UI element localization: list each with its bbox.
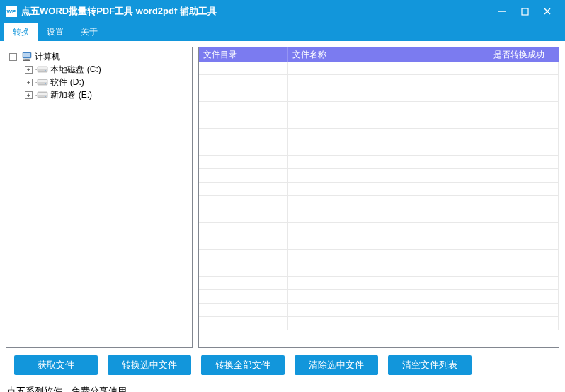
tree-connector: ·· (35, 79, 36, 86)
tree-expand-icon[interactable]: + (25, 79, 33, 86)
folder-tree-panel[interactable]: − ·· 计算机 + ·· 本地磁盘 (C:) + ·· (6, 47, 193, 348)
tree-expand-icon[interactable]: + (25, 66, 33, 74)
tree-root-label: 计算机 (35, 51, 60, 63)
table-header: 文件目录 文件名称 是否转换成功 (199, 47, 559, 62)
get-files-button[interactable]: 获取文件 (14, 355, 98, 375)
table-body[interactable] (199, 62, 559, 347)
minimize-button[interactable] (497, 6, 507, 16)
table-row[interactable] (199, 223, 559, 236)
tree-drive-item[interactable]: + ·· 本地磁盘 (C:) (15, 63, 189, 76)
drive-icon (37, 90, 48, 100)
table-row[interactable] (199, 196, 559, 209)
table-row[interactable] (199, 142, 559, 156)
tree-drive-item[interactable]: + ·· 软件 (D:) (15, 76, 189, 88)
table-row[interactable] (199, 263, 559, 277)
tree-connector: ·· (35, 67, 36, 73)
table-row[interactable] (199, 88, 559, 102)
close-button[interactable] (542, 6, 552, 16)
svg-rect-9 (38, 67, 47, 69)
tree-drive-label: 软件 (D:) (50, 76, 84, 88)
svg-point-16 (45, 96, 47, 97)
menu-convert[interactable]: 转换 (4, 23, 38, 41)
tree-drive-item[interactable]: + ·· 新加卷 (E:) (15, 88, 189, 101)
convert-all-button[interactable]: 转换全部文件 (201, 355, 285, 375)
window-controls (497, 6, 559, 16)
tree-root-computer[interactable]: − ·· 计算机 (9, 50, 189, 63)
convert-selected-button[interactable]: 转换选中文件 (108, 355, 191, 375)
window-title: 点五WORD批量转PDF工具 word2pdf 辅助工具 (21, 5, 497, 18)
menu-about[interactable]: 关于 (72, 23, 106, 41)
table-row[interactable] (199, 304, 559, 317)
svg-rect-6 (25, 59, 29, 60)
clear-selected-button[interactable]: 清除选中文件 (295, 355, 378, 375)
svg-rect-12 (38, 80, 47, 82)
table-row[interactable] (199, 129, 559, 142)
table-row[interactable] (199, 317, 559, 330)
table-row[interactable] (199, 290, 559, 304)
drive-icon (37, 77, 48, 87)
content-area: − ·· 计算机 + ·· 本地磁盘 (C:) + ·· (0, 41, 565, 354)
file-table-panel: 文件目录 文件名称 是否转换成功 (198, 47, 559, 348)
table-row[interactable] (199, 115, 559, 129)
table-row[interactable] (199, 169, 559, 183)
tree-connector: ·· (19, 54, 21, 60)
column-header-status[interactable]: 是否转换成功 (472, 47, 559, 62)
menu-settings[interactable]: 设置 (38, 23, 72, 41)
column-header-name[interactable]: 文件名称 (288, 47, 472, 62)
drive-icon (37, 64, 48, 74)
tree-collapse-icon[interactable]: − (9, 53, 17, 61)
table-row[interactable] (199, 102, 559, 115)
table-row[interactable] (199, 62, 559, 75)
svg-rect-15 (38, 93, 47, 95)
tree-drive-label: 新加卷 (E:) (50, 89, 92, 101)
svg-rect-5 (23, 53, 30, 57)
table-row[interactable] (199, 236, 559, 250)
table-row[interactable] (199, 183, 559, 196)
svg-point-10 (45, 70, 47, 71)
table-row[interactable] (199, 156, 559, 169)
app-icon: WP (6, 6, 17, 17)
button-bar: 获取文件 转换选中文件 转换全部文件 清除选中文件 清空文件列表 (0, 354, 565, 381)
tree-drive-label: 本地磁盘 (C:) (50, 64, 101, 76)
svg-point-13 (45, 83, 47, 84)
maximize-button[interactable] (520, 6, 530, 16)
tree-connector: ·· (35, 92, 36, 98)
titlebar: WP 点五WORD批量转PDF工具 word2pdf 辅助工具 (0, 0, 565, 23)
table-row[interactable] (199, 277, 559, 290)
column-header-dir[interactable]: 文件目录 (199, 47, 288, 62)
svg-rect-7 (23, 60, 30, 62)
clear-list-button[interactable]: 清空文件列表 (388, 355, 472, 375)
table-row[interactable] (199, 209, 559, 223)
computer-icon (21, 52, 33, 62)
tree-expand-icon[interactable]: + (25, 91, 33, 99)
table-row[interactable] (199, 250, 559, 263)
menubar: 转换 设置 关于 (0, 23, 565, 41)
svg-rect-1 (522, 8, 528, 15)
status-text: 点五系列软件，免费分享使用。 (0, 381, 565, 392)
table-row[interactable] (199, 75, 559, 88)
